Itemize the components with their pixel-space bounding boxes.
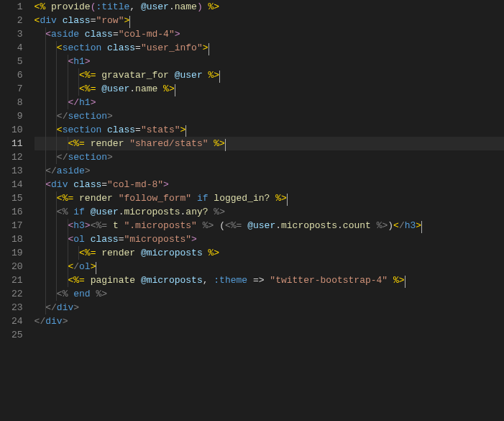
code-token: gravatar_for [101, 70, 169, 81]
code-token: , [203, 275, 214, 286]
code-line[interactable]: <div class="row"> [35, 14, 504, 27]
line-number: 1 [12, 0, 23, 14]
code-token [270, 193, 275, 204]
code-line[interactable] [35, 328, 504, 342]
code-token: ( [219, 220, 225, 231]
code-line[interactable]: </section> [35, 109, 504, 123]
code-token: </ [68, 97, 79, 108]
code-line[interactable]: <ol class="microposts"> [35, 232, 504, 246]
code-line[interactable]: <section class="user_info"> [35, 41, 504, 55]
code-token: %> [214, 207, 225, 217]
code-token: %> [96, 289, 107, 299]
code-line[interactable]: <%= @user.name %> [35, 82, 504, 96]
code-token: name [135, 83, 157, 94]
code-token: count [343, 220, 371, 231]
code-token: microposts [281, 220, 337, 231]
code-line[interactable]: </h1> [35, 96, 504, 109]
code-line[interactable]: <%= gravatar_for @user %> [35, 68, 504, 82]
code-token: </ [57, 111, 68, 122]
code-token: > [191, 234, 197, 245]
code-token: <%= [79, 83, 96, 94]
code-line[interactable]: </aside> [35, 164, 504, 178]
code-token: > [85, 220, 91, 231]
code-token: </ [45, 166, 57, 176]
code-token: </ [57, 152, 68, 163]
code-token [191, 193, 197, 204]
code-token: class [85, 29, 113, 40]
code-token: name [175, 1, 197, 12]
code-token: @microposts [141, 275, 203, 286]
code-token: %> [209, 1, 220, 12]
code-token: <%= [79, 248, 96, 258]
code-line[interactable]: <%= render "shared/stats" %> [35, 137, 504, 150]
code-line[interactable]: <div class="col-md-8"> [35, 178, 504, 191]
code-token: > [163, 179, 169, 190]
code-token: @microposts [141, 248, 203, 258]
code-token: section [68, 152, 107, 163]
code-token: "twitter-bootstrap-4" [270, 275, 388, 286]
line-number: 5 [12, 55, 23, 68]
cursor-caret [185, 125, 186, 137]
code-token: . [169, 1, 175, 12]
code-line[interactable]: <% provide(:title, @user.name) %> [35, 0, 504, 14]
code-token: / [399, 220, 405, 231]
cursor-caret [219, 71, 220, 83]
code-token [85, 207, 91, 217]
code-line[interactable]: <%= render @microposts %> [35, 246, 504, 260]
code-token: section [68, 111, 107, 122]
code-token [203, 248, 209, 258]
code-token: = [135, 42, 141, 53]
code-line[interactable]: <h3><%= t ".microposts" %> (<%= @user.mi… [35, 219, 504, 232]
code-token [79, 29, 85, 40]
code-token: > [63, 316, 68, 327]
code-token: :title [96, 1, 129, 12]
code-token: <% [57, 207, 68, 217]
code-token: @user [141, 1, 169, 12]
line-number: 7 [12, 82, 23, 96]
code-token: render [91, 138, 124, 149]
code-token: = [101, 179, 107, 190]
code-line[interactable]: </div> [35, 301, 504, 314]
code-token: => [247, 275, 270, 286]
code-token: ".microposts" [124, 220, 197, 231]
code-line[interactable]: <h1> [35, 55, 504, 68]
code-token: > [91, 261, 96, 272]
code-line[interactable]: <% end %> [35, 287, 504, 301]
code-token: > [85, 166, 91, 176]
code-token: @user [175, 70, 203, 81]
code-token: if [73, 207, 85, 217]
code-editor[interactable]: 1234567891011121314151617181920212223242… [0, 0, 504, 421]
line-number: 16 [12, 205, 23, 219]
code-line[interactable]: </section> [35, 150, 504, 164]
code-token: paginate [91, 275, 135, 286]
code-line[interactable]: <%= paginate @microposts, :theme => "twi… [35, 273, 504, 287]
code-token: > [107, 111, 113, 122]
code-token [85, 234, 91, 245]
code-token: . [129, 83, 135, 94]
line-number: 21 [12, 273, 23, 287]
code-line[interactable]: <%= render "follow_form" if logged_in? %… [35, 191, 504, 205]
code-token [197, 220, 203, 231]
code-area[interactable]: <% provide(:title, @user.name) %><div cl… [29, 0, 504, 421]
code-token: if [197, 193, 209, 204]
code-token [101, 42, 107, 53]
code-token [113, 193, 119, 204]
line-number: 15 [12, 191, 23, 205]
code-token: class [73, 179, 101, 190]
cursor-caret [175, 84, 175, 96]
code-line[interactable]: </div> [35, 314, 504, 328]
line-number: 10 [12, 123, 23, 137]
line-number: 6 [12, 68, 23, 82]
code-token: %> [209, 70, 220, 81]
code-line[interactable]: <% if @user.microposts.any? %> [35, 205, 504, 219]
code-line[interactable]: </ol> [35, 260, 504, 273]
code-token: < [45, 179, 51, 190]
code-token [214, 220, 219, 231]
code-line[interactable]: <section class="stats"> [35, 123, 504, 137]
code-line[interactable]: <aside class="col-md-4"> [35, 27, 504, 41]
code-token [203, 1, 209, 12]
code-token: ol [79, 261, 91, 272]
cursor-caret [405, 276, 406, 288]
cursor-caret [421, 221, 422, 233]
code-token: section [63, 125, 102, 135]
